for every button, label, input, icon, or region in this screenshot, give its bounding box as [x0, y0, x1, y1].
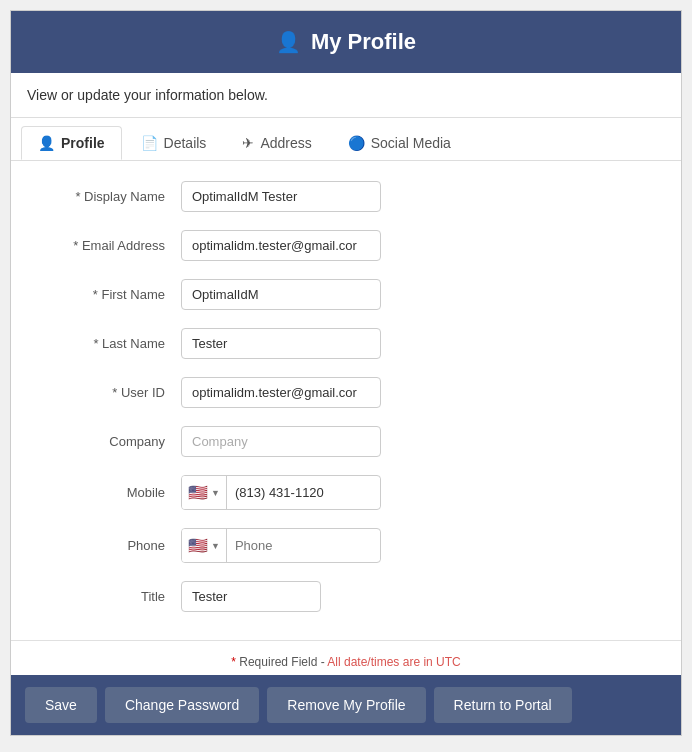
user-id-label-text: * User ID — [112, 385, 165, 400]
email-input[interactable] — [181, 230, 381, 261]
remove-profile-button[interactable]: Remove My Profile — [267, 687, 425, 723]
user-id-row: * User ID — [41, 377, 651, 408]
form-divider — [11, 640, 681, 641]
last-name-input[interactable] — [181, 328, 381, 359]
company-label: Company — [41, 434, 181, 449]
required-asterisk: * — [231, 655, 236, 669]
mobile-flag-icon: 🇺🇸 — [188, 483, 208, 502]
display-name-label: * Display Name — [41, 189, 181, 204]
company-label-text: Company — [109, 434, 165, 449]
mobile-label: Mobile — [41, 485, 181, 500]
last-name-label: * Last Name — [41, 336, 181, 351]
last-name-label-text: * Last Name — [93, 336, 165, 351]
phone-flag-icon: 🇺🇸 — [188, 536, 208, 555]
tab-social-media[interactable]: 🔵 Social Media — [331, 126, 468, 160]
mobile-phone-row: 🇺🇸 ▼ — [181, 475, 381, 510]
page-title: My Profile — [311, 29, 416, 55]
tab-profile-icon: 👤 — [38, 135, 55, 151]
utc-note: All date/times are in UTC — [327, 655, 460, 669]
display-name-row: * Display Name — [41, 181, 651, 212]
display-name-input[interactable] — [181, 181, 381, 212]
company-input[interactable] — [181, 426, 381, 457]
page-header: 👤 My Profile — [11, 11, 681, 73]
tab-profile[interactable]: 👤 Profile — [21, 126, 122, 160]
phone-label-text: Phone — [127, 538, 165, 553]
form-section: * Display Name * Email Address * First N… — [11, 161, 681, 640]
phone-number-row: 🇺🇸 ▼ — [181, 528, 381, 563]
tab-address-label: Address — [260, 135, 311, 151]
phone-flag-chevron: ▼ — [211, 541, 220, 551]
footer-buttons: Save Change Password Remove My Profile R… — [11, 675, 681, 735]
title-input[interactable] — [181, 581, 321, 612]
last-name-row: * Last Name — [41, 328, 651, 359]
tab-profile-label: Profile — [61, 135, 105, 151]
footer-note: * Required Field - All date/times are in… — [11, 645, 681, 675]
subtitle-text: View or update your information below. — [27, 87, 268, 103]
tab-address-icon: ✈ — [242, 135, 254, 151]
user-id-label: * User ID — [41, 385, 181, 400]
title-row: Title — [41, 581, 651, 612]
email-label-text: * Email Address — [73, 238, 165, 253]
profile-icon: 👤 — [276, 30, 301, 54]
page-container: 👤 My Profile View or update your informa… — [10, 10, 682, 736]
tab-address[interactable]: ✈ Address — [225, 126, 328, 160]
phone-flag-selector[interactable]: 🇺🇸 ▼ — [182, 529, 227, 562]
tab-social-label: Social Media — [371, 135, 451, 151]
phone-input[interactable] — [227, 531, 381, 560]
tab-details-icon: 📄 — [141, 135, 158, 151]
tab-details-label: Details — [164, 135, 207, 151]
first-name-input[interactable] — [181, 279, 381, 310]
page-subtitle: View or update your information below. — [11, 73, 681, 118]
mobile-row: Mobile 🇺🇸 ▼ — [41, 475, 651, 510]
tab-details[interactable]: 📄 Details — [124, 126, 224, 160]
mobile-flag-chevron: ▼ — [211, 488, 220, 498]
phone-label: Phone — [41, 538, 181, 553]
first-name-label-text: * First Name — [93, 287, 165, 302]
phone-row: Phone 🇺🇸 ▼ — [41, 528, 651, 563]
first-name-row: * First Name — [41, 279, 651, 310]
change-password-button[interactable]: Change Password — [105, 687, 259, 723]
tab-bar: 👤 Profile 📄 Details ✈ Address 🔵 Social M… — [11, 118, 681, 161]
title-label: Title — [41, 589, 181, 604]
mobile-label-text: Mobile — [127, 485, 165, 500]
title-label-text: Title — [141, 589, 165, 604]
mobile-flag-selector[interactable]: 🇺🇸 ▼ — [182, 476, 227, 509]
company-row: Company — [41, 426, 651, 457]
save-button[interactable]: Save — [25, 687, 97, 723]
first-name-label: * First Name — [41, 287, 181, 302]
user-id-input[interactable] — [181, 377, 381, 408]
display-name-label-text: * Display Name — [75, 189, 165, 204]
tab-social-icon: 🔵 — [348, 135, 365, 151]
email-label: * Email Address — [41, 238, 181, 253]
mobile-input[interactable] — [227, 478, 381, 507]
return-to-portal-button[interactable]: Return to Portal — [434, 687, 572, 723]
required-note: Required Field — [239, 655, 317, 669]
email-row: * Email Address — [41, 230, 651, 261]
